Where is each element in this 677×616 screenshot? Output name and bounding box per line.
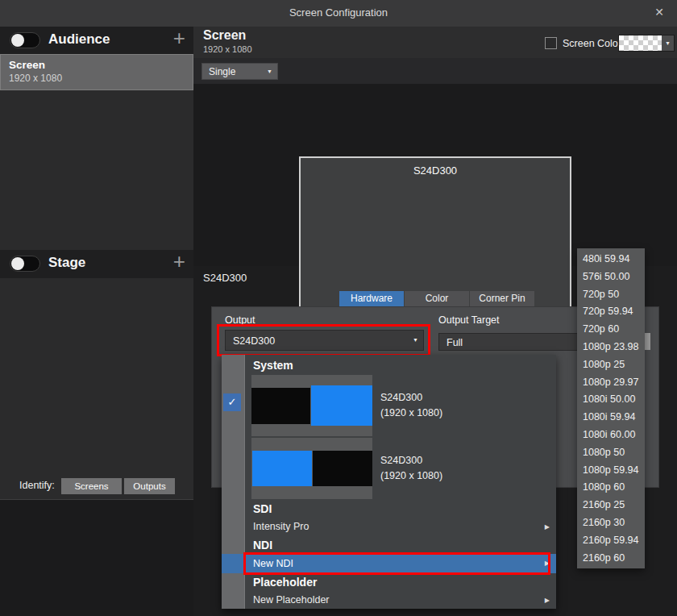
menu-item-label: Intensity Pro bbox=[253, 518, 309, 536]
close-icon[interactable]: ✕ bbox=[654, 6, 664, 19]
transparent-color-swatch bbox=[619, 35, 662, 51]
screen-color-label: Screen Color bbox=[563, 38, 621, 49]
submenu-arrow-icon: ▶ bbox=[545, 591, 550, 610]
identify-outputs-button[interactable]: Outputs bbox=[124, 478, 175, 494]
preview-screen-label: S24D300 bbox=[301, 164, 570, 177]
stage-section-header: Stage + bbox=[0, 250, 193, 278]
output-select-value: S24D300 bbox=[233, 335, 275, 347]
output-menu-body: System✓S24D300(1920 x 1080)S24D300(1920 … bbox=[245, 355, 556, 609]
display-item-label: S24D300(1920 x 1080) bbox=[380, 453, 442, 484]
menu-section-header-system: System bbox=[245, 355, 556, 374]
resolution-option[interactable]: 1080i 60.00 bbox=[577, 427, 645, 444]
screen-header: Screen 1920 x 1080 Screen Color ▼ bbox=[193, 27, 677, 58]
resolution-option[interactable]: 1080i 59.94 bbox=[577, 409, 645, 427]
toggle-knob bbox=[11, 257, 24, 270]
screen-item-resolution: 1920 x 1080 bbox=[9, 73, 185, 84]
resolution-option[interactable]: 1080p 50 bbox=[577, 444, 645, 462]
chevron-down-icon: ▼ bbox=[413, 331, 418, 350]
menu-item-label: New NDI bbox=[253, 554, 293, 573]
output-target-value: Full bbox=[446, 337, 463, 348]
display-arrangement-thumbnail bbox=[251, 375, 372, 436]
identify-screens-button[interactable]: Screens bbox=[61, 478, 122, 494]
title-bar: Screen Configuration ✕ bbox=[0, 0, 677, 27]
tab-hardware[interactable]: Hardware bbox=[339, 291, 404, 306]
menu-item-new-placeholder[interactable]: New Placeholder▶ bbox=[245, 591, 556, 610]
identify-label: Identify: bbox=[19, 480, 55, 491]
stage-toggle[interactable] bbox=[10, 256, 40, 272]
monitor-blue-icon bbox=[311, 385, 372, 426]
resolution-option[interactable]: 720p 59.94 bbox=[577, 303, 645, 321]
output-select[interactable]: S24D300 ▼ bbox=[225, 330, 424, 351]
resolution-option[interactable]: 1080i 50.00 bbox=[577, 391, 645, 409]
tab-bar: HardwareColorCorner Pin bbox=[339, 291, 534, 306]
submenu-arrow-icon: ▶ bbox=[545, 518, 550, 536]
identify-row: Identify: Screens Outputs bbox=[0, 477, 193, 497]
output-menu-display-item[interactable]: ✓S24D300(1920 x 1080) bbox=[245, 374, 556, 437]
sidebar-item-screen[interactable]: Screen 1920 x 1080 bbox=[0, 54, 193, 90]
menu-section-header-placeholder: Placeholder bbox=[245, 573, 556, 591]
add-audience-screen-button[interactable]: + bbox=[173, 26, 185, 51]
resolution-option[interactable]: 720p 60 bbox=[577, 321, 645, 339]
audience-toggle[interactable] bbox=[10, 32, 40, 48]
screen-color-checkbox[interactable] bbox=[545, 37, 557, 49]
audience-label: Audience bbox=[48, 31, 110, 48]
window-title: Screen Configuration bbox=[0, 6, 677, 19]
resolution-option[interactable]: 1080p 23.98 bbox=[577, 339, 645, 356]
resolution-option[interactable]: 576i 50.00 bbox=[577, 268, 645, 286]
resolution-option[interactable]: 1080p 29.97 bbox=[577, 374, 645, 392]
add-stage-screen-button[interactable]: + bbox=[173, 249, 185, 274]
monitor-black-icon bbox=[313, 451, 372, 486]
monitor-blue-icon bbox=[252, 451, 312, 486]
chevron-down-icon: ▼ bbox=[267, 64, 272, 79]
screen-preview-rect[interactable]: S24D300 bbox=[299, 156, 571, 310]
hidden-control-edge bbox=[644, 333, 650, 350]
tab-corner-pin[interactable]: Corner Pin bbox=[470, 291, 534, 306]
monitor-black-icon bbox=[251, 388, 310, 424]
display-arrangement-thumbnail bbox=[251, 438, 372, 499]
menu-item-intensity-pro[interactable]: Intensity Pro▶ bbox=[245, 518, 556, 536]
resolution-option[interactable]: 720p 50 bbox=[577, 286, 645, 304]
screen-configuration-dialog: { "window": { "title": "Screen Configura… bbox=[0, 0, 677, 616]
menu-section-header-ndi: NDI bbox=[245, 536, 556, 554]
menu-item-new-ndi[interactable]: New NDI▶ bbox=[245, 554, 556, 573]
screen-item-name: Screen bbox=[9, 59, 185, 71]
layout-select[interactable]: Single ▼ bbox=[201, 63, 278, 80]
sidebar: Audience + Screen 1920 x 1080 Stage + Id… bbox=[0, 27, 193, 500]
output-target-label: Output Target bbox=[438, 314, 500, 326]
resolution-option[interactable]: 1080p 25 bbox=[577, 356, 645, 374]
resolution-option[interactable]: 1080p 60 bbox=[577, 479, 645, 497]
menu-item-label: New Placeholder bbox=[253, 591, 330, 610]
layout-select-value: Single bbox=[209, 66, 235, 77]
resolution-option[interactable]: 2160p 60 bbox=[577, 550, 645, 568]
screen-title: Screen bbox=[203, 28, 246, 43]
output-label: Output bbox=[225, 314, 255, 326]
resolution-option[interactable]: 2160p 59.94 bbox=[577, 532, 645, 550]
resolution-option[interactable]: 2160p 30 bbox=[577, 514, 645, 532]
screen-resolution: 1920 x 1080 bbox=[203, 44, 252, 54]
resolution-menu: 480i 59.94576i 50.00720p 50720p 59.94720… bbox=[577, 248, 645, 568]
stage-label: Stage bbox=[48, 255, 85, 271]
checkmark-icon: ✓ bbox=[223, 393, 241, 411]
screen-toolbar: Single ▼ bbox=[193, 58, 677, 84]
screen-color-swatch-dropdown[interactable]: ▼ bbox=[618, 35, 675, 52]
submenu-arrow-icon: ▶ bbox=[545, 554, 550, 573]
output-section-title: S24D300 bbox=[203, 272, 247, 284]
resolution-option[interactable]: 1080p 59.94 bbox=[577, 462, 645, 480]
screen-preview-area: S24D300 bbox=[193, 84, 677, 266]
audience-section-header: Audience + bbox=[0, 27, 193, 54]
tab-color[interactable]: Color bbox=[405, 291, 469, 306]
resolution-option[interactable]: 480i 59.94 bbox=[577, 251, 645, 268]
resolution-option[interactable]: 2160p 25 bbox=[577, 497, 645, 514]
menu-section-header-sdi: SDI bbox=[245, 500, 556, 518]
output-dropdown-menu: System✓S24D300(1920 x 1080)S24D300(1920 … bbox=[222, 355, 556, 609]
toggle-knob bbox=[11, 34, 24, 47]
chevron-down-icon: ▼ bbox=[662, 35, 674, 51]
output-menu-display-item[interactable]: S24D300(1920 x 1080) bbox=[245, 437, 556, 500]
display-item-label: S24D300(1920 x 1080) bbox=[380, 390, 442, 421]
